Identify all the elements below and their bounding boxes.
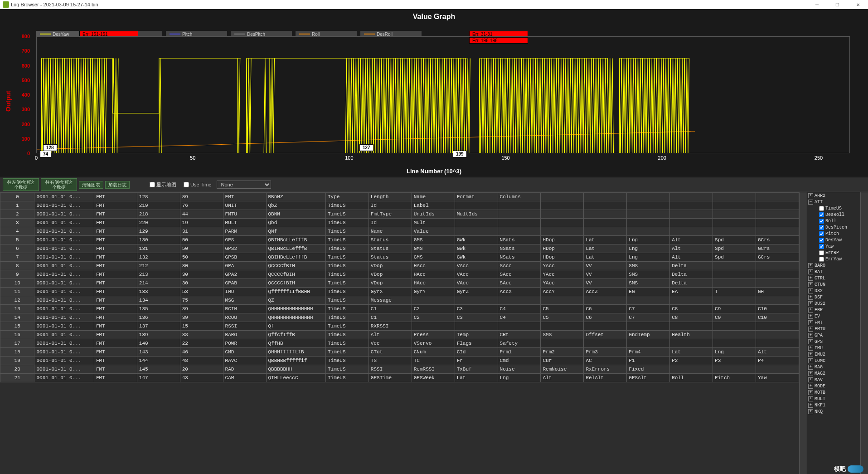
table-row[interactable]: 70001-01-01 0...FMT13250GPSBQBIHBcLLefff… [0, 253, 799, 262]
maximize-button[interactable]: ☐ [827, 0, 848, 9]
tree-checkbox[interactable] [819, 212, 824, 217]
tree-item-timeus[interactable]: TimeUS [807, 205, 860, 211]
tree-item-imu2[interactable]: +IMU2 [807, 351, 860, 357]
show-map-checkbox[interactable]: 显示地图 [150, 181, 176, 188]
table-row[interactable]: 50001-01-01 0...FMT13050GPSQBIHBcLLefffB… [0, 236, 799, 244]
expand-icon[interactable]: + [808, 276, 813, 281]
tree-item-desroll[interactable]: DesRoll [807, 211, 860, 218]
minimize-button[interactable]: ─ [807, 0, 827, 9]
tree-item-d32[interactable]: +D32 [807, 288, 860, 294]
table-row[interactable]: 100001-01-01 0...FMT21430GPABQCCCCfBIHTi… [0, 279, 799, 288]
expand-icon[interactable]: + [808, 377, 813, 382]
tree-item-ctrl[interactable]: +CTRL [807, 275, 860, 281]
tree-item-roll[interactable]: Roll [807, 218, 860, 224]
tree-item-gps[interactable]: +GPS [807, 338, 860, 345]
tree-item-errrp[interactable]: ErrRP [807, 249, 860, 256]
data-table-wrap[interactable]: 00001-01-01 0...FMT12889FMTBBnNZTypeLeng… [0, 192, 799, 474]
tree-checkbox[interactable] [819, 238, 824, 243]
expand-icon[interactable]: + [808, 346, 813, 351]
table-row[interactable]: 90001-01-01 0...FMT21330GPA2QCCCCfBIHTim… [0, 270, 799, 279]
table-row[interactable]: 140001-01-01 0...FMT13639RCOUQHHHHHHHHHH… [0, 313, 799, 322]
tree-item-mag2[interactable]: +MAG2 [807, 370, 860, 376]
table-row[interactable]: 200001-01-01 0...FMT14520RADQBBBBBHHTime… [0, 365, 799, 374]
expand-icon[interactable]: + [808, 358, 813, 363]
table-row[interactable]: 160001-01-01 0...FMT13938BAROQffcfIffBTi… [0, 331, 799, 339]
clear-chart-button[interactable]: 清除图表 [79, 181, 103, 189]
tree-item-mag[interactable]: +MAG [807, 364, 860, 370]
table-row[interactable]: 130001-01-01 0...FMT13539RCINQHHHHHHHHHH… [0, 305, 799, 313]
tree-checkbox[interactable] [819, 250, 824, 255]
tree-item-yaw[interactable]: Yaw [807, 243, 860, 249]
expand-icon[interactable]: + [808, 320, 813, 325]
expand-icon[interactable]: + [808, 333, 813, 338]
expand-icon[interactable]: + [808, 371, 813, 376]
tree-item-du32[interactable]: +DU32 [807, 300, 860, 307]
tree-item-despitch[interactable]: DesPitch [807, 224, 860, 230]
table-row[interactable]: 150001-01-01 0...FMT13715RSSIQfTimeUSRXR… [0, 322, 799, 331]
expand-icon[interactable]: + [808, 327, 813, 332]
table-row[interactable]: 210001-01-01 0...FMT14743CAMQIHLLeeccCTi… [0, 374, 799, 382]
expand-icon[interactable]: + [808, 403, 813, 408]
load-log-button[interactable]: 加载日志 [105, 181, 130, 189]
tree-item-mult[interactable]: +MULT [807, 396, 860, 402]
expand-icon[interactable]: + [808, 339, 813, 344]
table-row[interactable]: 190001-01-01 0...FMT14448MAVCQBBHBBfffff… [0, 357, 799, 365]
table-row[interactable]: 120001-01-01 0...FMT13475MSGQZTimeUSMess… [0, 296, 799, 305]
tree-checkbox[interactable] [819, 244, 824, 249]
tree-item-ctun[interactable]: +CTUN [807, 281, 860, 288]
tree-item-nkq[interactable]: +NKQ [807, 408, 860, 415]
table-row[interactable]: 30001-01-01 0...FMT22019MULTQbdTimeUSIdM… [0, 219, 799, 227]
tree-item-err[interactable]: +ERR [807, 307, 860, 313]
expand-icon[interactable]: + [808, 282, 813, 287]
tree-item-att[interactable]: −ATT [807, 199, 860, 205]
table-row[interactable]: 40001-01-01 0...FMT12931PARMQNfTimeUSNam… [0, 227, 799, 236]
tree-checkbox[interactable] [819, 257, 824, 262]
time-select[interactable]: None [217, 181, 271, 189]
expand-icon[interactable]: + [808, 390, 813, 395]
tree-item-gpa[interactable]: +GPA [807, 332, 860, 338]
expand-icon[interactable]: + [808, 352, 813, 357]
table-row[interactable]: 20001-01-01 0...FMT21844FMTUQBNNTimeUSFm… [0, 210, 799, 219]
tree-item-imu[interactable]: +IMU [807, 345, 860, 351]
table-row[interactable]: 110001-01-01 0...FMT13353IMUQffffffIIfBB… [0, 288, 799, 296]
tree-item-bat[interactable]: +BAT [807, 269, 860, 275]
tree-item-ev[interactable]: +EV [807, 313, 860, 319]
tree-item-fmt[interactable]: +FMT [807, 319, 860, 326]
expand-icon[interactable]: + [808, 409, 813, 414]
expand-icon[interactable]: + [808, 301, 813, 306]
table-row[interactable]: 170001-01-01 0...FMT14022POWRQffHBTimeUS… [0, 339, 799, 348]
expand-icon[interactable]: + [808, 269, 813, 274]
expand-icon[interactable]: + [808, 308, 813, 313]
tree-checkbox[interactable] [819, 219, 824, 224]
plot-area[interactable] [36, 36, 850, 153]
expand-icon[interactable]: + [808, 263, 813, 268]
expand-icon[interactable]: + [808, 288, 813, 293]
expand-icon[interactable]: + [808, 314, 813, 319]
tree-item-ahr2[interactable]: +AHR2 [807, 192, 860, 199]
tree-item-fmtu[interactable]: +FMTU [807, 326, 860, 332]
table-vscroll[interactable] [799, 192, 807, 474]
expand-icon[interactable]: − [808, 200, 813, 205]
table-row[interactable]: 60001-01-01 0...FMT13150GPS2QBIHBcLLefff… [0, 244, 799, 253]
tree-item-pitch[interactable]: Pitch [807, 230, 860, 237]
expand-icon[interactable]: + [808, 193, 813, 198]
use-time-checkbox[interactable]: Use Time [184, 182, 211, 187]
close-button[interactable]: ✕ [848, 0, 868, 9]
expand-icon[interactable]: + [808, 365, 813, 370]
show-map-input[interactable] [150, 182, 155, 187]
tree-item-nkf1[interactable]: +NKF1 [807, 402, 860, 408]
tree-item-erryaw[interactable]: ErrYaw [807, 256, 860, 262]
tree-item-dsf[interactable]: +DSF [807, 294, 860, 300]
expand-icon[interactable]: + [808, 384, 813, 389]
use-time-input[interactable] [184, 182, 189, 187]
tree-item-mav[interactable]: +MAV [807, 376, 860, 383]
drag-left-button[interactable]: 往左侧检测这个数据 [3, 178, 39, 191]
tree-checkbox[interactable] [819, 225, 824, 230]
expand-icon[interactable]: + [808, 396, 813, 401]
tree-item-mode[interactable]: +MODE [807, 383, 860, 389]
tree-checkbox[interactable] [819, 206, 824, 211]
tree-item-motb[interactable]: +MOTB [807, 389, 860, 396]
table-row[interactable]: 180001-01-01 0...FMT14346CMDQHHHfffffLfB… [0, 348, 799, 357]
tree-item-iomc[interactable]: +IOMC [807, 357, 860, 364]
tree-item-baro[interactable]: +BARO [807, 262, 860, 269]
